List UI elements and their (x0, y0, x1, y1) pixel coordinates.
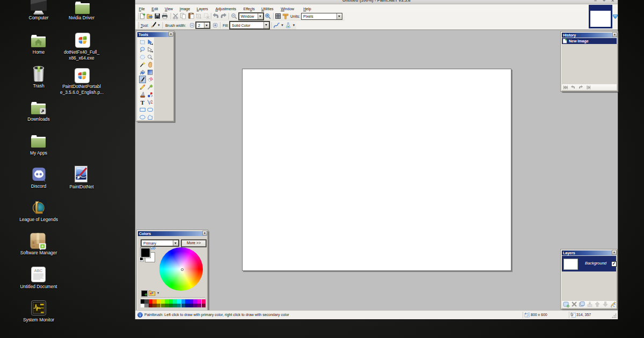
svg-text:T: T (141, 99, 145, 106)
svg-text:ABC: ABC (34, 268, 43, 273)
svg-text:i: i (140, 313, 141, 318)
